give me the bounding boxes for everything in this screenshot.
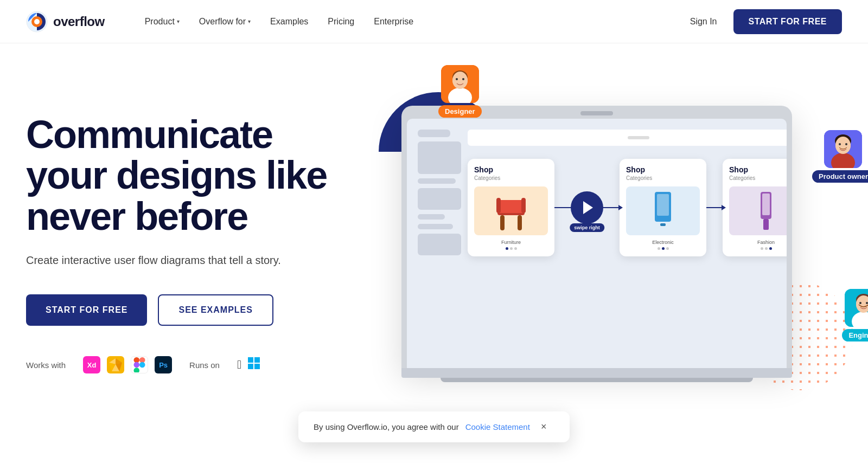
card2-footer: Electronic [626,240,700,245]
nav-pricing[interactable]: Pricing [320,12,362,31]
svg-point-24 [462,78,464,80]
navbar: overflow Product ▾ Overflow for ▾ Exampl… [0,0,868,43]
dot [510,247,513,250]
laptop-notch [580,111,613,115]
card1-footer: Furniture [474,240,548,245]
product-owner-label: Product owner [812,170,868,183]
card2-dots [626,247,700,250]
nav-examples[interactable]: Examples [263,12,316,31]
designer-badge: Designer [438,65,482,118]
designer-avatar [441,65,479,103]
card1-header: Shop [474,165,548,174]
start-free-button[interactable]: START FOR FREE [26,294,147,326]
cookie-text: By using Overflow.io, you agree with our [314,422,459,431]
svg-rect-14 [248,357,253,363]
engineer-badge: Engineer [842,289,868,341]
tool-icons: Xd [83,356,172,373]
hero-title: Communicate your designs like never befo… [26,114,352,237]
svg-point-12 [139,362,145,368]
card3-header: Shop [729,165,787,174]
card2-header: Shop [626,165,700,174]
dot [506,247,508,250]
product-owner-badge: Product owner [812,130,868,183]
svg-rect-13 [134,368,140,373]
sidebar-block-tall [418,141,461,174]
windows-icon [248,357,260,372]
svg-point-29 [835,137,851,154]
start-free-nav-button[interactable]: START FOR FREE [733,9,842,34]
sidebar-block-medium [418,188,461,210]
dot [658,247,660,250]
svg-rect-47 [660,223,666,226]
svg-point-37 [859,302,861,304]
cookie-link[interactable]: Cookie Statement [465,422,530,431]
nav-enterprise[interactable]: Enterprise [366,12,421,31]
nav-product[interactable]: Product ▾ [137,12,187,31]
nav-links: Product ▾ Overflow for ▾ Examples Pricin… [137,12,682,31]
svg-point-31 [845,143,847,145]
hero-visual: Designer Product owner [352,81,842,407]
arrow-head-2 [722,205,726,210]
svg-rect-16 [248,364,253,369]
dot [662,247,665,250]
play-icon [583,201,593,214]
svg-point-23 [456,78,458,80]
dot [769,247,772,250]
svg-point-22 [452,72,468,89]
sign-in-button[interactable]: Sign In [682,12,725,31]
svg-rect-50 [763,219,769,230]
designer-label: Designer [438,105,482,118]
laptop-screen-outer: Shop Categories [401,106,792,368]
figma-icon [131,356,148,373]
product-chevron-icon: ▾ [177,18,180,24]
sketch-icon [107,356,124,373]
sidebar-block [418,178,456,184]
laptop-illustration: Shop Categories [401,106,792,382]
apple-icon:  [237,358,241,372]
card2-subheader: Categories [626,175,700,181]
dot [666,247,669,250]
hero-section: Communicate your designs like never befo… [0,43,868,434]
card3-dots [729,247,787,250]
sidebar-block [418,224,453,229]
card1-dots [474,247,548,250]
svg-rect-40 [500,215,505,230]
overflow-logo-icon [26,11,48,33]
card3-subheader: Categories [729,175,787,181]
svg-rect-42 [496,200,526,213]
product-owner-avatar [824,130,862,168]
sidebar-block [418,130,450,137]
xd-icon: Xd [83,356,100,373]
sidebar-block [418,234,461,255]
see-examples-button[interactable]: SEE EXAMPLES [158,294,273,326]
svg-rect-43 [496,198,501,213]
dot [761,247,763,250]
flow-card-electronic: Shop Categories [620,159,706,256]
arrow-head [618,205,623,210]
svg-rect-49 [762,194,770,215]
topbar-pill [628,136,649,139]
laptop-base [401,368,792,378]
svg-rect-44 [521,198,526,213]
overflow-for-chevron-icon: ▾ [248,18,251,24]
screen-content: Shop Categories [418,130,776,357]
svg-rect-17 [254,364,260,369]
logo-link[interactable]: overflow [26,11,105,33]
laptop-screen-inner: Shop Categories [407,119,787,368]
svg-point-2 [34,19,40,24]
electronic-image [626,186,700,235]
flow-card-fashion: Shop Categories [723,159,787,256]
dot [765,247,768,250]
swipe-label: swipe right [570,223,604,232]
card3-footer: Fashion [729,240,787,245]
play-button[interactable] [571,191,603,224]
laptop-foot [441,378,753,382]
ps-icon: Ps [155,356,172,373]
engineer-avatar [845,289,868,327]
nav-overflow-for[interactable]: Overflow for ▾ [192,12,258,31]
screen-topbar [468,130,787,146]
dot [514,247,517,250]
hero-buttons: START FOR FREE SEE EXAMPLES [26,294,352,326]
cookie-close-button[interactable]: × [541,421,547,433]
works-with-label: Works with [26,360,66,370]
